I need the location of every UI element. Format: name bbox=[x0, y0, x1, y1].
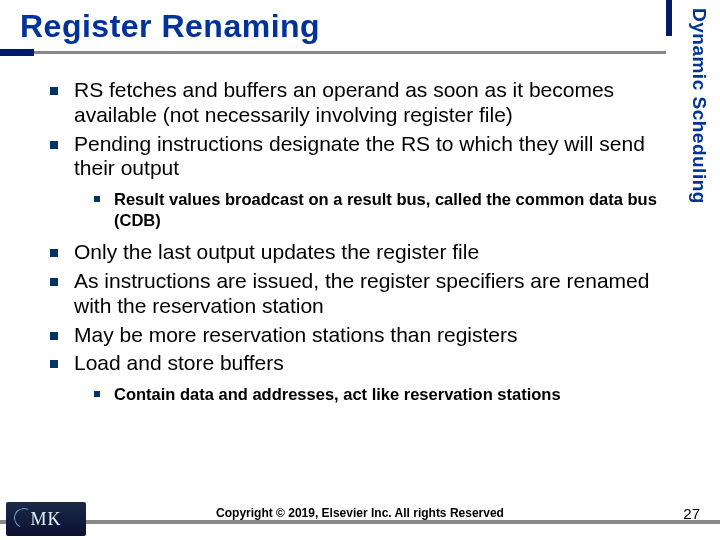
bullet-text: Contain data and addresses, act like res… bbox=[114, 385, 561, 403]
list-item: Pending instructions designate the RS to… bbox=[40, 132, 662, 231]
bullet-text: Only the last output updates the registe… bbox=[74, 240, 479, 263]
bullet-list: RS fetches and buffers an operand as soo… bbox=[40, 78, 662, 405]
sub-bullet-list: Contain data and addresses, act like res… bbox=[74, 384, 662, 405]
list-item: Result values broadcast on a result bus,… bbox=[74, 189, 662, 230]
list-item: Contain data and addresses, act like res… bbox=[74, 384, 662, 405]
title-bar: Register Renaming bbox=[0, 0, 720, 62]
section-label-text: Dynamic Scheduling bbox=[688, 8, 710, 204]
content-area: RS fetches and buffers an operand as soo… bbox=[40, 78, 662, 415]
bullet-text: May be more reservation stations than re… bbox=[74, 323, 518, 346]
footer: Copyright © 2019, Elsevier Inc. All righ… bbox=[0, 498, 720, 540]
bullet-text: Result values broadcast on a result bus,… bbox=[114, 190, 657, 229]
bullet-text: As instructions are issued, the register… bbox=[74, 269, 649, 317]
section-accent bbox=[666, 0, 672, 36]
list-item: Only the last output updates the registe… bbox=[40, 240, 662, 265]
footer-rule bbox=[0, 520, 720, 524]
bullet-text: RS fetches and buffers an operand as soo… bbox=[74, 78, 614, 126]
list-item: May be more reservation stations than re… bbox=[40, 323, 662, 348]
copyright-text: Copyright © 2019, Elsevier Inc. All righ… bbox=[0, 506, 720, 520]
title-underline bbox=[0, 51, 666, 54]
title-accent bbox=[0, 49, 34, 56]
bullet-text: Load and store buffers bbox=[74, 351, 284, 374]
list-item: As instructions are issued, the register… bbox=[40, 269, 662, 319]
page-number: 27 bbox=[683, 505, 700, 522]
section-label: Dynamic Scheduling bbox=[666, 0, 720, 270]
logo-text: MK bbox=[30, 509, 61, 530]
slide-title: Register Renaming bbox=[20, 8, 720, 45]
sub-bullet-list: Result values broadcast on a result bus,… bbox=[74, 189, 662, 230]
list-item: Load and store buffers Contain data and … bbox=[40, 351, 662, 404]
list-item: RS fetches and buffers an operand as soo… bbox=[40, 78, 662, 128]
bullet-text: Pending instructions designate the RS to… bbox=[74, 132, 645, 180]
publisher-logo: MK bbox=[6, 502, 86, 536]
